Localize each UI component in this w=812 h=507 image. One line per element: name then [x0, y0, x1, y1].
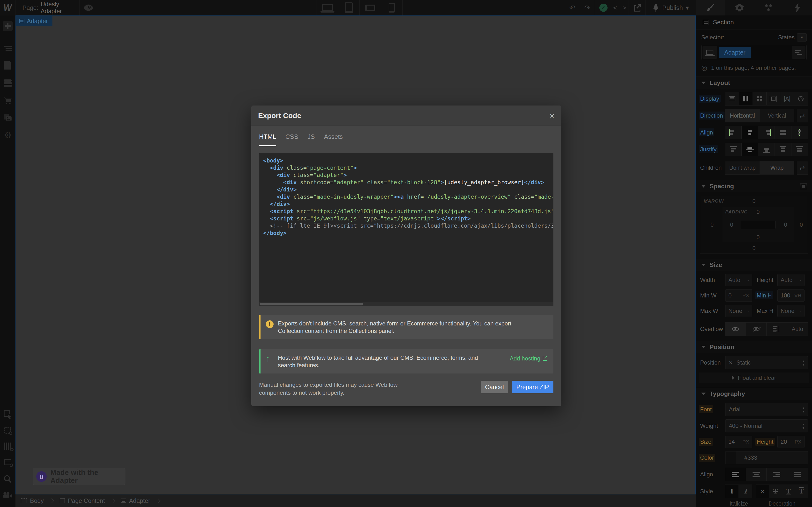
- overflow-auto-button[interactable]: Auto: [787, 322, 808, 336]
- display-none-button[interactable]: [794, 92, 808, 106]
- position-section-header[interactable]: Position: [696, 341, 812, 353]
- preview-icon[interactable]: [80, 0, 97, 15]
- xray-mode-button[interactable]: [0, 424, 15, 437]
- states-dropdown[interactable]: States ▾: [778, 33, 807, 42]
- justify-start-button[interactable]: [725, 143, 742, 156]
- margin-top-value[interactable]: 0: [753, 198, 756, 205]
- help-button[interactable]: ?: [0, 505, 15, 507]
- overflow-visible-button[interactable]: [725, 322, 746, 336]
- style-panel-tab[interactable]: [696, 0, 725, 16]
- margin-right-value[interactable]: 0: [800, 222, 803, 228]
- padding-right-value[interactable]: 0: [784, 222, 787, 228]
- decoration-none-button[interactable]: ×: [756, 485, 769, 498]
- breadcrumb-item-page-content[interactable]: Page Content: [60, 497, 105, 504]
- position-select[interactable]: × Static ▴▾: [725, 356, 808, 369]
- justify-label[interactable]: Justify: [699, 145, 718, 153]
- class-list-button[interactable]: [792, 46, 806, 59]
- interactions-panel-tab[interactable]: [783, 0, 812, 15]
- decoration-underline-button[interactable]: T: [782, 485, 795, 498]
- direction-vertical-button[interactable]: Vertical: [760, 109, 794, 122]
- page-menu[interactable]: Page: Udesly Adapter: [16, 0, 80, 15]
- font-size-input[interactable]: 14PX: [725, 436, 752, 448]
- display-grid-button[interactable]: [753, 92, 767, 106]
- align-baseline-button[interactable]: [791, 126, 808, 139]
- horizontal-scrollbar[interactable]: [259, 302, 553, 306]
- decoration-overline-button[interactable]: T: [795, 485, 808, 498]
- tab-assets[interactable]: Assets: [324, 133, 343, 146]
- display-label[interactable]: Display: [699, 95, 721, 103]
- clear-x-icon[interactable]: ×: [729, 359, 732, 367]
- cms-button[interactable]: [0, 76, 15, 90]
- scrollbar-thumb[interactable]: [260, 303, 363, 305]
- device-desktop-button[interactable]: [317, 0, 338, 15]
- font-size-label[interactable]: Size: [699, 438, 713, 446]
- navigator-button[interactable]: [0, 42, 15, 55]
- cancel-button[interactable]: Cancel: [481, 381, 508, 393]
- typography-section-header[interactable]: Typography: [696, 388, 812, 400]
- breadcrumb-item-body[interactable]: Body: [21, 497, 44, 504]
- align-center-button[interactable]: [742, 126, 758, 139]
- direction-horizontal-button[interactable]: Horizontal: [725, 109, 760, 122]
- style-italic-button[interactable]: I: [739, 485, 752, 498]
- children-dont-wrap-button[interactable]: Don't wrap: [725, 161, 760, 175]
- assets-button[interactable]: [0, 111, 15, 125]
- share-button[interactable]: [629, 0, 646, 15]
- hidden-elements-button[interactable]: [0, 455, 15, 469]
- text-align-justify-button[interactable]: [787, 468, 808, 481]
- width-input[interactable]: Auto-: [725, 274, 752, 286]
- pages-button[interactable]: [0, 58, 15, 72]
- webflow-logo[interactable]: W: [0, 0, 15, 15]
- video-tutorials-button[interactable]: [0, 488, 15, 502]
- style-regular-button[interactable]: I: [725, 485, 739, 498]
- device-landscape-button[interactable]: [360, 0, 381, 15]
- settings-panel-tab[interactable]: [725, 0, 754, 15]
- spacing-section-header[interactable]: Spacing: [696, 180, 812, 192]
- decoration-strikethrough-button[interactable]: T: [769, 485, 782, 498]
- padding-left-value[interactable]: 0: [730, 222, 733, 228]
- display-inline-button[interactable]: |A|: [780, 92, 794, 106]
- max-w-input[interactable]: None-: [725, 305, 752, 317]
- margin-left-value[interactable]: 0: [711, 222, 714, 228]
- breadcrumb-item-adapter[interactable]: Adapter: [121, 497, 150, 504]
- align-start-button[interactable]: [725, 126, 742, 139]
- text-align-center-button[interactable]: [746, 468, 767, 481]
- find-button[interactable]: [0, 472, 15, 486]
- tab-css[interactable]: CSS: [286, 133, 298, 146]
- direction-label[interactable]: Direction: [699, 112, 724, 119]
- justify-center-button[interactable]: [742, 143, 758, 156]
- ecommerce-button[interactable]: [0, 94, 15, 108]
- justify-space-around-button[interactable]: [791, 143, 808, 156]
- wrap-reverse-button[interactable]: ⇄: [797, 161, 808, 175]
- display-block-button[interactable]: [725, 92, 739, 106]
- margin-bottom-value[interactable]: 0: [753, 245, 756, 251]
- overflow-scroll-button[interactable]: [766, 322, 788, 336]
- max-h-input[interactable]: None-: [777, 305, 805, 317]
- text-align-right-button[interactable]: [766, 468, 788, 481]
- height-input[interactable]: Auto-: [777, 274, 805, 286]
- text-align-left-button[interactable]: [725, 468, 746, 481]
- redo-button[interactable]: ↷: [580, 0, 595, 15]
- padding-bottom-value[interactable]: 0: [757, 234, 760, 241]
- prepare-zip-button[interactable]: Prepare ZIP: [512, 381, 553, 393]
- align-stretch-button[interactable]: [774, 126, 791, 139]
- font-select[interactable]: Arial ▴▾: [725, 403, 808, 416]
- size-section-header[interactable]: Size: [696, 259, 812, 271]
- min-w-input[interactable]: 0PX: [725, 289, 752, 301]
- align-label[interactable]: Align: [699, 128, 714, 136]
- guides-toggle-button[interactable]: [0, 439, 15, 453]
- line-height-input[interactable]: 20PX: [777, 436, 805, 448]
- device-tablet-button[interactable]: [338, 0, 360, 15]
- direction-reverse-button[interactable]: ⇄: [797, 109, 808, 122]
- weight-select[interactable]: 400 - Normal ▴▾: [725, 419, 808, 433]
- selector-input[interactable]: Adapter: [701, 45, 807, 60]
- publish-button[interactable]: Publish ▾: [646, 0, 696, 15]
- tab-js[interactable]: JS: [307, 133, 315, 146]
- tab-html[interactable]: HTML: [259, 133, 276, 146]
- export-code-button[interactable]: < >: [612, 0, 629, 15]
- float-clear-toggle[interactable]: Float and clear: [699, 373, 809, 383]
- line-height-label[interactable]: Height: [755, 438, 775, 446]
- font-label[interactable]: Font: [699, 405, 713, 413]
- display-inline-block-button[interactable]: [766, 92, 780, 106]
- color-label[interactable]: Color: [699, 454, 715, 462]
- color-swatch[interactable]: [725, 451, 736, 464]
